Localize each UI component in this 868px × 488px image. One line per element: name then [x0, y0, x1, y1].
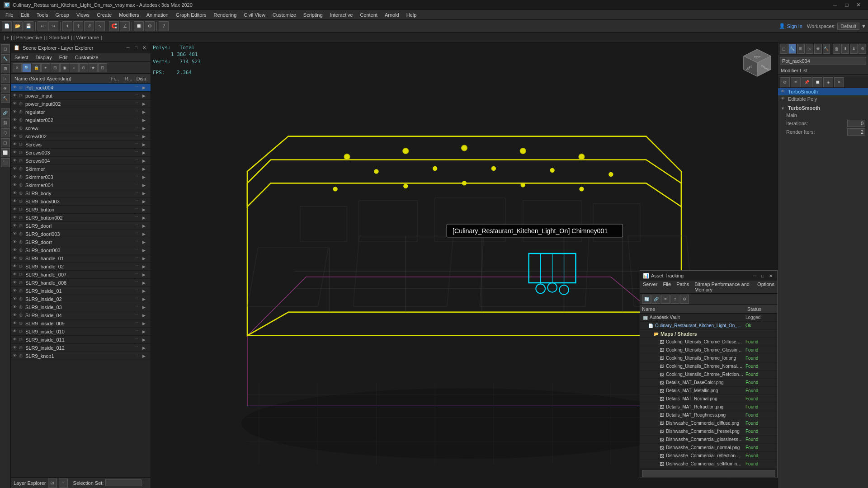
create-tool[interactable]: ◻: [1, 44, 10, 53]
se-visibility-icon[interactable]: 👁: [13, 353, 18, 359]
se-list-item[interactable]: 👁 ◎ Skimmer ··· ▶: [11, 165, 151, 173]
menu-item-civil-view[interactable]: Civil View: [240, 11, 269, 19]
se-list-item[interactable]: 👁 ◎ SLR9_inside_009 ··· ▶: [11, 319, 151, 328]
se-list-item[interactable]: 👁 ◎ SLR9_handle_02 ··· ▶: [11, 263, 151, 271]
window-controls[interactable]: ─ □ ✕: [829, 0, 864, 10]
se-render-icon[interactable]: ◎: [19, 223, 24, 229]
utility-tool[interactable]: 🔨: [1, 94, 10, 103]
se-hierarchy-btn[interactable]: ⊞: [51, 63, 60, 72]
se-footer-btn1[interactable]: 🗂: [48, 479, 57, 488]
asset-controls[interactable]: ─ □ ✕: [751, 272, 774, 279]
hierarchy-tool[interactable]: ⊞: [1, 64, 10, 73]
se-render-icon[interactable]: ◎: [19, 183, 24, 188]
se-render-icon[interactable]: ◎: [19, 93, 24, 99]
se-visibility-icon[interactable]: 👁: [13, 296, 18, 302]
asset-menu-file[interactable]: File: [660, 281, 674, 293]
se-list-item[interactable]: 👁 ◎ SLR9_button002 ··· ▶: [11, 214, 151, 222]
se-visibility-icon[interactable]: 👁: [13, 231, 18, 237]
se-visibility-icon[interactable]: 👁: [13, 117, 18, 123]
asset-list-item[interactable]: 📄 Culinary_Restaurant_Kitchen_Light_On_m…: [640, 322, 777, 330]
modifier-item-editablepoly[interactable]: 👁 Editable Poly: [778, 95, 868, 103]
asset-list-item[interactable]: 🖼 Cooking_Utensils_Chrome_Ior.png Found: [640, 354, 777, 362]
se-render-icon[interactable]: ◎: [19, 337, 24, 343]
se-list-item[interactable]: 👁 ◎ screw ··· ▶: [11, 124, 151, 132]
menu-item-edit[interactable]: Edit: [17, 11, 33, 19]
menu-item-arnold[interactable]: Arnold: [381, 11, 403, 19]
se-render-icon[interactable]: ◎: [19, 256, 24, 261]
se-list-item[interactable]: 👁 ◎ regulator ··· ▶: [11, 108, 151, 116]
se-render-icon[interactable]: ◎: [19, 239, 24, 245]
open-button[interactable]: 📂: [13, 21, 23, 31]
window-crossing-tool[interactable]: ⬛: [1, 158, 10, 167]
menu-item-scripting[interactable]: Scripting: [300, 11, 326, 19]
modifier-eye-icon[interactable]: 👁: [781, 89, 786, 94]
se-list-item[interactable]: 👁 ◎ Pot_rack004 ··· ▶: [11, 84, 151, 92]
se-visibility-icon[interactable]: 👁: [13, 85, 18, 90]
asset-list-item[interactable]: 🖼 Details_MAT_Roughness.png Found: [640, 411, 777, 419]
menu-item-content[interactable]: Content: [356, 11, 381, 19]
se-list-item[interactable]: 👁 ◎ Skimmer003 ··· ▶: [11, 173, 151, 181]
help-button[interactable]: ?: [159, 21, 169, 31]
se-render-icon[interactable]: ◎: [19, 174, 24, 180]
select-region-tool[interactable]: ⬜: [1, 148, 10, 157]
select-link-tool[interactable]: 🔗: [1, 108, 10, 117]
asset-help-btn[interactable]: ?: [670, 295, 679, 304]
se-visibility-icon[interactable]: 👁: [13, 142, 18, 147]
asset-list-item[interactable]: 🖼 Details_MAT_Metallic.png Found: [640, 387, 777, 395]
asset-list-item[interactable]: 🖼 Cooking_Utensils_Chrome_Refction.png F…: [640, 371, 777, 379]
asset-menu-server[interactable]: Server: [640, 281, 660, 293]
render-iters-input[interactable]: [847, 128, 865, 136]
asset-list-item[interactable]: 🖼 Details_MAT_Refraction.png Found: [640, 403, 777, 411]
se-list-item[interactable]: 👁 ◎ SLR9_doorr003 ··· ▶: [11, 246, 151, 254]
se-render-icon[interactable]: ◎: [19, 117, 24, 123]
se-render-icon[interactable]: ◎: [19, 199, 24, 204]
se-render-icon[interactable]: ◎: [19, 264, 24, 269]
menu-item-graph-editors[interactable]: Graph Editors: [172, 11, 210, 19]
se-list-item[interactable]: 👁 ◎ SLR9_inside_010 ··· ▶: [11, 328, 151, 336]
asset-list-item[interactable]: 🖼 Details_MAT_BaseColor.png Found: [640, 379, 777, 387]
asset-list-item[interactable]: 🖼 Dishwashe_Commercial_glossiness.png Fo…: [640, 436, 777, 444]
se-list-item[interactable]: 👁 ◎ SLR9_knob1 ··· ▶: [11, 352, 151, 360]
asset-list-item[interactable]: 🖼 Cooking_Utensils_Chrome_Glossines.png …: [640, 346, 777, 354]
asset-list-btn[interactable]: ≡: [661, 295, 670, 304]
se-visibility-icon[interactable]: 👁: [13, 215, 18, 221]
se-list-item[interactable]: 👁 ◎ SLR9_doorl003 ··· ▶: [11, 230, 151, 238]
se-visibility-icon[interactable]: 👁: [13, 288, 18, 294]
se-visibility-icon[interactable]: 👁: [13, 280, 18, 286]
menu-item-group[interactable]: Group: [52, 11, 73, 19]
modify-tool[interactable]: 🔧: [1, 54, 10, 63]
se-visibility-icon[interactable]: 👁: [13, 126, 18, 131]
se-list-item[interactable]: 👁 ◎ SLR9_body003 ··· ▶: [11, 197, 151, 206]
se-columns-btn[interactable]: ⊟: [98, 63, 107, 72]
menu-item-customize[interactable]: Customize: [269, 11, 300, 19]
active-shade-btn[interactable]: 🔲: [812, 77, 822, 87]
se-list-item[interactable]: 👁 ◎ SLR9_body ··· ▶: [11, 189, 151, 197]
workspaces-dropdown-icon[interactable]: ▼: [861, 23, 866, 29]
rotate-button[interactable]: ↺: [84, 21, 94, 31]
settings-btn[interactable]: ⚙: [859, 44, 866, 54]
se-render-icon[interactable]: ◎: [19, 215, 24, 221]
pin-stack-btn[interactable]: 📌: [802, 77, 811, 87]
workspaces-value[interactable]: Default: [837, 23, 859, 30]
se-visibility-icon[interactable]: 👁: [13, 223, 18, 229]
asset-list-item[interactable]: 🖼 Cooking_Utensils_Chrome_Normal.png Fou…: [640, 362, 777, 371]
se-list-item[interactable]: 👁 ◎ SLR9_inside_01 ··· ▶: [11, 287, 151, 295]
menu-item-rendering[interactable]: Rendering: [210, 11, 241, 19]
se-minimize-button[interactable]: ─: [124, 44, 132, 52]
asset-search-input[interactable]: [642, 470, 775, 477]
se-render-icon[interactable]: ◎: [19, 166, 24, 172]
asset-list-item[interactable]: 🖼 Dishwashe_Commercial_reflection.png Fo…: [640, 452, 777, 460]
remove-modifier-btn[interactable]: ✕: [834, 77, 844, 87]
se-render-icon[interactable]: ◎: [19, 345, 24, 351]
se-render-icon[interactable]: ◎: [19, 158, 24, 164]
se-visibility-icon[interactable]: 👁: [13, 329, 18, 334]
menu-item-views[interactable]: Views: [73, 11, 93, 19]
se-list-item[interactable]: 👁 ◎ screw002 ··· ▶: [11, 132, 151, 141]
menu-item-help[interactable]: Help: [403, 11, 420, 19]
se-list-item[interactable]: 👁 ◎ SLR9_inside_03 ··· ▶: [11, 303, 151, 311]
se-render-icon[interactable]: ◎: [19, 109, 24, 115]
sign-in-label[interactable]: Sign In: [787, 23, 802, 29]
asset-menu-paths[interactable]: Paths: [674, 281, 692, 293]
angle-snap-button[interactable]: ∠: [120, 21, 130, 31]
se-render-icon[interactable]: ◎: [19, 305, 24, 310]
